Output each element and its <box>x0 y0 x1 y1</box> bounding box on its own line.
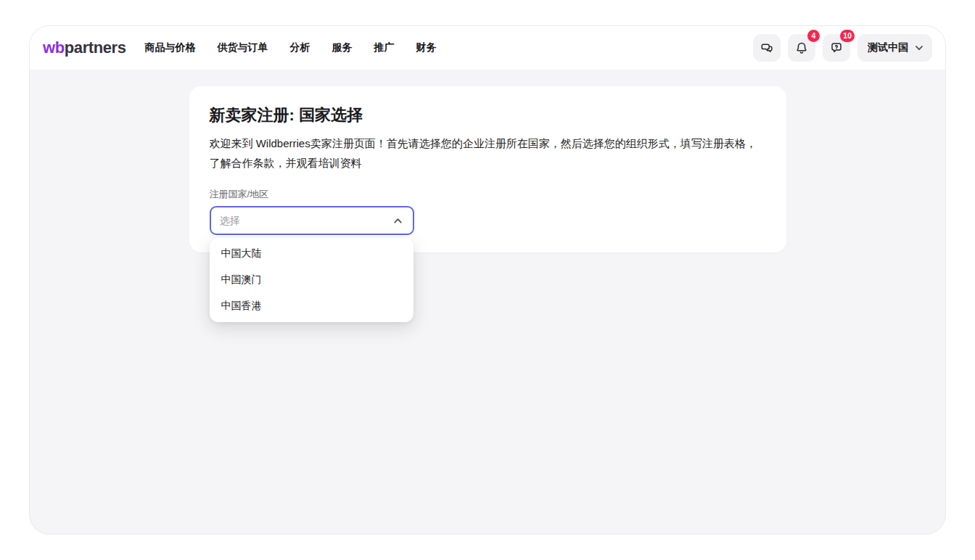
registration-card: 新卖家注册: 国家选择 欢迎来到 Wildberries卖家注册页面！首先请选择… <box>189 86 786 252</box>
chat-bubbles-icon <box>760 41 774 55</box>
page-title: 新卖家注册: 国家选择 <box>210 104 766 126</box>
nav-item-analytics[interactable]: 分析 <box>290 41 310 54</box>
nav-item-promotion[interactable]: 推广 <box>374 41 395 54</box>
country-field-label: 注册国家/地区 <box>210 188 766 201</box>
wbpartners-logo[interactable]: wbpartners <box>43 38 126 57</box>
dropdown-option-china-mainland[interactable]: 中国大陆 <box>210 241 414 267</box>
dropdown-option-china-hongkong[interactable]: 中国香港 <box>210 293 414 319</box>
page-content: 新卖家注册: 国家选择 欢迎来到 Wildberries卖家注册页面！首先请选择… <box>30 70 945 534</box>
logo-partners: partners <box>65 38 126 57</box>
chevron-down-icon <box>913 42 925 54</box>
account-menu-button[interactable]: 测试中国 <box>857 34 932 62</box>
app-window: wbpartners 商品与价格 供货与订单 分析 服务 推广 财务 <box>29 25 946 535</box>
help-badge: 10 <box>840 30 855 42</box>
country-select-input[interactable] <box>211 215 392 226</box>
account-label: 测试中国 <box>868 41 908 54</box>
dropdown-option-china-macau[interactable]: 中国澳门 <box>210 267 414 293</box>
country-dropdown-menu: 中国大陆 中国澳门 中国香港 <box>210 238 414 322</box>
notifications-button[interactable]: 4 <box>788 34 815 62</box>
nav-item-supply-orders[interactable]: 供货与订单 <box>218 41 268 54</box>
nav-item-finance[interactable]: 财务 <box>416 41 437 54</box>
top-nav-bar: wbpartners 商品与价格 供货与订单 分析 服务 推广 财务 <box>30 26 945 70</box>
nav-item-services[interactable]: 服务 <box>332 41 353 54</box>
nav-item-goods-prices[interactable]: 商品与价格 <box>145 41 196 54</box>
country-select[interactable] <box>210 206 414 235</box>
help-bubble-icon <box>829 41 844 55</box>
main-nav: 商品与价格 供货与订单 分析 服务 推广 财务 <box>145 41 437 54</box>
header-actions: 4 10 测试中国 <box>753 34 932 62</box>
chat-button[interactable] <box>753 34 781 62</box>
help-button[interactable]: 10 <box>823 34 850 62</box>
page-description: 欢迎来到 Wildberries卖家注册页面！首先请选择您的企业注册所在国家，然… <box>210 133 767 173</box>
logo-wb: wb <box>43 38 65 57</box>
notifications-badge: 4 <box>807 30 820 42</box>
chevron-up-icon[interactable] <box>392 215 404 227</box>
country-select-wrap: 中国大陆 中国澳门 中国香港 <box>210 206 414 235</box>
bell-icon <box>794 41 809 55</box>
